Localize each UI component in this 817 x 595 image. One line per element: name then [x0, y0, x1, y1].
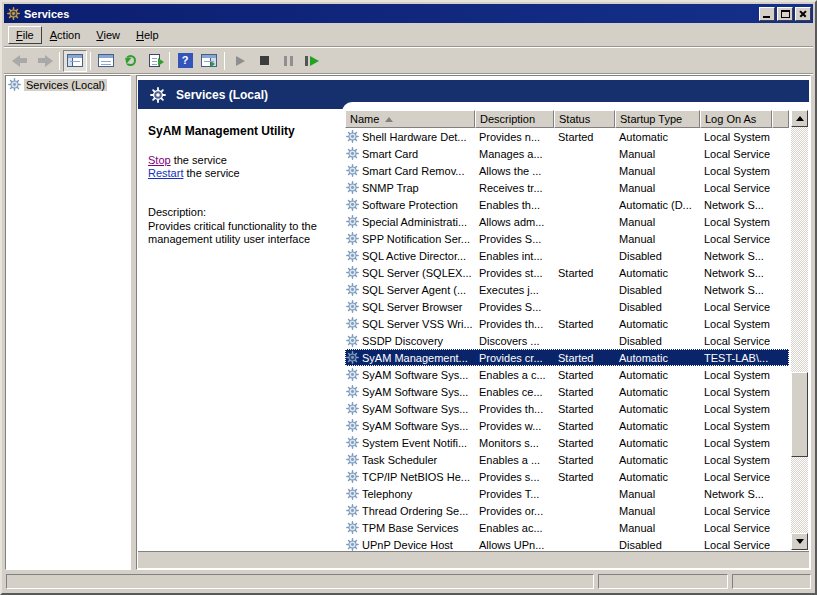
service-log-on-as: Network S... [700, 488, 772, 500]
service-gear-icon [346, 419, 359, 432]
service-description: Discovers ... [475, 335, 554, 347]
service-gear-icon [346, 317, 359, 330]
forward-button[interactable] [32, 50, 56, 72]
export-list-button[interactable] [142, 50, 166, 72]
help-button[interactable]: ? [173, 50, 197, 72]
service-gear-icon [346, 130, 359, 143]
menu-view[interactable]: View [88, 26, 128, 44]
column-header-startup-type[interactable]: Startup Type [615, 110, 700, 128]
stop-service-button[interactable] [252, 50, 276, 72]
table-row[interactable]: Special Administrati... Allows adm... Ma… [345, 213, 789, 230]
table-row[interactable]: Smart Card Manages a... Manual Local Ser… [345, 145, 789, 162]
service-status: Started [554, 318, 615, 330]
table-row[interactable]: SyAM Management... Provides cr... Starte… [345, 349, 789, 366]
service-log-on-as: Local Service [700, 505, 772, 517]
table-row[interactable]: SyAM Software Sys... Enables a c... Star… [345, 366, 789, 383]
table-row[interactable]: UPnP Device Host Allows UPn... Disabled … [345, 536, 789, 552]
scroll-down-icon [796, 539, 804, 544]
service-description: Provides T... [475, 488, 554, 500]
service-name: SQL Server (SQLEX... [362, 267, 472, 279]
service-name: SQL Server Agent (... [362, 284, 466, 296]
table-row[interactable]: Task Scheduler Enables a ... Started Aut… [345, 451, 789, 468]
table-row[interactable]: TCP/IP NetBIOS He... Provides s... Start… [345, 468, 789, 485]
properties-button[interactable] [94, 50, 118, 72]
table-row[interactable]: SyAM Software Sys... Provides th... Star… [345, 400, 789, 417]
restart-service-button[interactable] [300, 50, 324, 72]
service-name: Task Scheduler [362, 454, 437, 466]
tree-item-services-local[interactable]: Services (Local) [6, 76, 130, 93]
table-row[interactable]: SPP Notification Ser... Provides S... Ma… [345, 230, 789, 247]
table-row[interactable]: TPM Base Services Enables ac... Manual L… [345, 519, 789, 536]
service-startup-type: Automatic [615, 369, 700, 381]
scroll-up-icon [796, 116, 804, 121]
menu-file[interactable]: File [8, 26, 42, 44]
table-row[interactable]: SQL Server Browser Provides S... Disable… [345, 298, 789, 315]
service-gear-icon [346, 181, 359, 194]
table-row[interactable]: Smart Card Remov... Allows the ... Manua… [345, 162, 789, 179]
back-button[interactable] [8, 50, 32, 72]
action-pane-icon [201, 54, 217, 67]
table-row[interactable]: SQL Active Director... Enables int... Di… [345, 247, 789, 264]
help-icon: ? [178, 53, 193, 68]
service-description: Provides s... [475, 471, 554, 483]
menu-help[interactable]: Help [128, 26, 167, 44]
maximize-button[interactable] [777, 7, 793, 21]
service-name: Telephony [362, 488, 412, 500]
title-bar[interactable]: Services [4, 4, 813, 23]
stop-service-link[interactable]: Stop [148, 154, 171, 166]
service-startup-type: Automatic [615, 471, 700, 483]
table-row[interactable]: Software Protection Enables th... Automa… [345, 196, 789, 213]
column-header-log-on-as[interactable]: Log On As [700, 110, 772, 128]
show-hide-console-tree-button[interactable] [63, 50, 87, 72]
table-row[interactable]: SQL Server VSS Wri... Provides th... Sta… [345, 315, 789, 332]
scroll-down-button[interactable] [791, 533, 808, 550]
service-description: Provides th... [475, 318, 554, 330]
scroll-up-button[interactable] [791, 110, 808, 127]
show-hide-action-pane-button[interactable] [197, 50, 221, 72]
table-row[interactable]: Shell Hardware Det... Provides n... Star… [345, 128, 789, 145]
close-button[interactable] [795, 7, 811, 21]
services-list-body: Shell Hardware Det... Provides n... Star… [345, 128, 789, 552]
maximize-icon [781, 10, 790, 18]
table-row[interactable]: System Event Notifi... Monitors s... Sta… [345, 434, 789, 451]
list-header-row: Name Description Status Startup Type Log… [345, 110, 789, 128]
start-service-button[interactable] [228, 50, 252, 72]
service-name: SyAM Software Sys... [362, 369, 468, 381]
menu-action[interactable]: Action [42, 26, 89, 44]
scrollbar-thumb[interactable] [791, 372, 808, 457]
service-gear-icon [346, 351, 359, 364]
column-header-status[interactable]: Status [554, 110, 615, 128]
status-panel-3 [732, 574, 811, 589]
service-gear-icon [346, 300, 359, 313]
service-log-on-as: Local System [700, 165, 772, 177]
service-log-on-as: Local System [700, 437, 772, 449]
restart-service-link[interactable]: Restart [148, 167, 183, 179]
table-row[interactable]: SyAM Software Sys... Provides w... Start… [345, 417, 789, 434]
table-row[interactable]: SyAM Software Sys... Enables ce... Start… [345, 383, 789, 400]
console-tree-panel: Services (Local) [5, 75, 131, 570]
column-header-name[interactable]: Name [345, 110, 475, 128]
table-row[interactable]: SSDP Discovery Discovers ... Disabled Lo… [345, 332, 789, 349]
table-row[interactable]: SNMP Trap Receives tr... Manual Local Se… [345, 179, 789, 196]
service-startup-type: Disabled [615, 301, 700, 313]
service-gear-icon [346, 538, 359, 551]
minimize-button[interactable] [759, 7, 775, 21]
column-header-description[interactable]: Description [475, 110, 554, 128]
service-startup-type: Automatic [615, 318, 700, 330]
pause-service-button[interactable] [276, 50, 300, 72]
refresh-button[interactable] [118, 50, 142, 72]
service-startup-type: Automatic [615, 131, 700, 143]
service-log-on-as: Local Service [700, 233, 772, 245]
table-row[interactable]: Telephony Provides T... Manual Network S… [345, 485, 789, 502]
status-bar [4, 571, 813, 591]
service-startup-type: Automatic [615, 267, 700, 279]
table-row[interactable]: SQL Server Agent (... Executes j... Disa… [345, 281, 789, 298]
service-gear-icon [346, 283, 359, 296]
table-row[interactable]: Thread Ordering Se... Provides or... Man… [345, 502, 789, 519]
table-row[interactable]: SQL Server (SQLEX... Provides st... Star… [345, 264, 789, 281]
service-name: Shell Hardware Det... [362, 131, 467, 143]
service-description: Executes j... [475, 284, 554, 296]
service-status: Started [554, 131, 615, 143]
vertical-scrollbar[interactable] [791, 110, 808, 550]
banner-title: Services (Local) [176, 88, 268, 102]
